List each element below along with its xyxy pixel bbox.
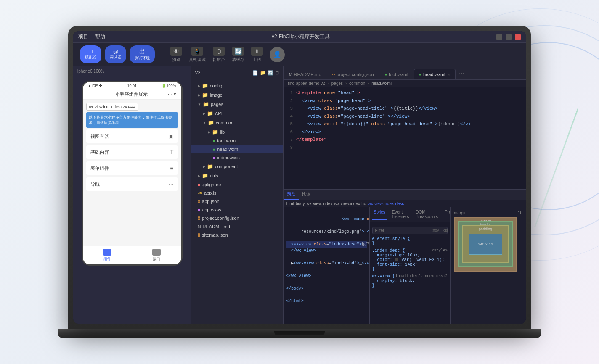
filetree-action-new-folder[interactable]: 📁 xyxy=(260,70,266,76)
styles-tab-dom[interactable]: DOM Breakpoints xyxy=(414,209,440,220)
filetree-item-project-config[interactable]: {} project.config.json xyxy=(191,214,283,222)
phone-section-0[interactable]: 视图容器 ▣ xyxy=(86,129,178,143)
tab-head-wxml[interactable]: ■ head.wxml × xyxy=(414,69,456,79)
devtools-tab-preview[interactable]: 预览 xyxy=(284,190,299,200)
nav-components[interactable]: 组件 xyxy=(103,249,111,262)
toolbar-right: 👁 预览 📱 真机调试 ⬡ 切后台 🔄 清 xyxy=(170,47,285,63)
filter-hov-btn[interactable]: :hov xyxy=(432,228,439,233)
elem-body[interactable]: body xyxy=(296,201,305,206)
laptop-notch xyxy=(274,331,325,335)
cut-backend-action[interactable]: ⬡ 切后台 xyxy=(212,47,225,63)
code-line-4: 4 <view class="page-head-line" ></view> xyxy=(284,113,526,121)
nav-api[interactable]: 接口 xyxy=(152,249,161,262)
phone-section-3[interactable]: 导航 ··· xyxy=(86,177,178,191)
phone-frame: ▲IDE ✤ 10:01 🔋100% 小程序组件展示 ··· ✕ xyxy=(82,81,183,266)
tab-project-label: project.config.json xyxy=(337,72,374,77)
code-line-1: 1 <template name="head" > xyxy=(284,89,526,97)
phone-section-1[interactable]: 基础内容 T xyxy=(86,145,178,159)
win-minimize[interactable] xyxy=(496,34,502,40)
filetree-item-lib[interactable]: ▶ 📁 lib xyxy=(191,127,283,137)
styles-filter-input[interactable] xyxy=(375,228,429,233)
laptop-base xyxy=(58,329,541,338)
styles-tab-styles[interactable]: Styles xyxy=(372,209,387,220)
filetree-item-gitignore[interactable]: ■ .gitignore xyxy=(191,180,283,189)
boxmodel-border-bottom: - xyxy=(485,261,486,266)
filter-cls-btn[interactable]: .cls xyxy=(443,228,448,233)
filetree-item-config[interactable]: ▶ 📁 config xyxy=(191,81,283,90)
html-line-0: <wx-image class="index-logo" src="../res… xyxy=(286,210,367,229)
styles-panel-tabs: Styles Event Listeners DOM Breakpoints P… xyxy=(370,207,451,222)
elem-html[interactable]: html xyxy=(286,201,294,206)
test-button[interactable]: 出 测试环境 xyxy=(130,45,155,63)
nav-components-label: 组件 xyxy=(103,256,111,262)
boxmodel-content-size: 240 × 44 xyxy=(478,242,493,246)
phone-title-actions[interactable]: ··· ✕ xyxy=(168,92,177,97)
css-prop-margin-top: margin-top: 10px; xyxy=(372,253,448,258)
tab-head-close[interactable]: × xyxy=(448,72,451,77)
filetree-root: v2 xyxy=(195,70,201,76)
user-avatar[interactable]: 👤 xyxy=(270,47,285,62)
upload-action[interactable]: ⬆ 上传 xyxy=(251,47,263,63)
filetree-item-app-js[interactable]: JS app.js xyxy=(191,189,283,197)
filetree-item-api[interactable]: ▶ 📁 API xyxy=(191,109,283,118)
filetree-item-app-wxss[interactable]: ■ app.wxss xyxy=(191,206,283,214)
filetree-action-collapse[interactable]: ⊟ xyxy=(275,70,279,76)
device-info: iphone6 100% xyxy=(73,66,191,76)
laptop-screen: 项目 帮助 v2-FinClip小程序开发工具 □ xyxy=(68,26,531,329)
filetree-action-refresh[interactable]: 🔄 xyxy=(268,70,273,76)
filetree-item-readme[interactable]: M README.md xyxy=(191,222,283,231)
status-battery: 🔋100% xyxy=(162,84,176,88)
filetree-item-image[interactable]: ▶ 📁 image xyxy=(191,90,283,100)
win-maximize[interactable] xyxy=(506,34,512,40)
elem-index-hd[interactable]: wx-view.index-hd xyxy=(334,201,366,206)
css-selector-1: .index-desc { <style> xyxy=(372,248,448,253)
preview-action[interactable]: 👁 预览 xyxy=(170,47,182,63)
menu-help[interactable]: 帮助 xyxy=(95,33,105,40)
simulate-button[interactable]: □ 模拟器 xyxy=(80,45,101,63)
phone-content: wx-view.index-desc 240×44 以下将展示小程序官方组件能力… xyxy=(83,100,181,246)
styles-container: Styles Event Listeners DOM Breakpoints P… xyxy=(369,207,451,324)
filetree-item-utils[interactable]: ▶ 📁 utils xyxy=(191,171,283,180)
tab-foot-wxml[interactable]: ■ foot.wxml xyxy=(379,69,414,79)
tab-readme-icon: M xyxy=(289,72,292,76)
filetree-action-new-file[interactable]: 📄 xyxy=(252,70,258,76)
filetree-item-index-wxss[interactable]: ■ index.wxss xyxy=(191,153,283,162)
window-title: v2-FinClip小程序开发工具 xyxy=(105,33,496,40)
phone-section-2[interactable]: 表单组件 ≡ xyxy=(86,161,178,175)
filetree-item-pages[interactable]: ▼ 📁 pages xyxy=(191,100,283,109)
laptop-container: 项目 帮助 v2-FinClip小程序开发工具 □ xyxy=(58,26,541,338)
filetree-item-sitemap[interactable]: {} sitemap.json xyxy=(191,231,283,239)
real-debug-action[interactable]: 📱 真机调试 xyxy=(189,47,206,63)
tab-readme[interactable]: M README.md xyxy=(284,69,327,79)
filetree-item-component[interactable]: ▶ 📁 component xyxy=(191,162,283,171)
debug-label: 调试器 xyxy=(110,55,121,60)
boxmodel-padding: padding 240 × 44 xyxy=(462,225,509,263)
boxmodel-title-row: margin 10 xyxy=(454,211,522,215)
tabs-more-button[interactable]: ··· xyxy=(456,66,467,79)
devtools-body: <wx-image class="index-logo" src="../res… xyxy=(284,207,526,324)
phone-selected-text: 以下将展示小程序官方组件能力，组件样式仅供参考，自适应参考者。 xyxy=(89,115,175,125)
filetree-item-app-json[interactable]: {} app.json xyxy=(191,197,283,206)
html-source: <wx-image class="index-logo" src="../res… xyxy=(284,207,369,324)
win-close[interactable] xyxy=(515,34,521,40)
html-line-6: </html> xyxy=(286,298,367,311)
clear-cache-action[interactable]: 🔄 清缓存 xyxy=(232,47,244,63)
html-line-0b: resources/kind/logo.png">_</wx-image> xyxy=(286,229,367,241)
code-editor[interactable]: 1 <template name="head" > 2 xyxy=(284,87,526,189)
debug-button[interactable]: ◎ 调试器 xyxy=(105,45,126,63)
devtools-tab-compare[interactable]: 比较 xyxy=(299,190,314,200)
styles-panel: :hov .cls + element.style { } xyxy=(370,224,451,324)
devtools-panel: 预览 比较 html body wx-view.index wx-view.in… xyxy=(284,189,526,324)
styles-tab-event[interactable]: Event Listeners xyxy=(390,209,411,220)
tab-project-config[interactable]: {} project.config.json xyxy=(327,69,379,79)
styles-tab-props[interactable]: Properties xyxy=(443,209,450,220)
filetree-item-head-wxml[interactable]: ■ head.wxml xyxy=(191,145,283,153)
tab-project-icon: {} xyxy=(332,72,335,76)
boxmodel-panel: margin 10 margin border xyxy=(450,207,526,324)
menu-project[interactable]: 项目 xyxy=(78,33,88,40)
code-line-3: 3 <view class="page-head-title" >{{title… xyxy=(284,105,526,113)
filetree-item-foot-wxml[interactable]: ■ foot.wxml xyxy=(191,137,283,145)
elem-index[interactable]: wx-view.index xyxy=(307,201,333,206)
filetree-item-common[interactable]: ▼ 📁 common xyxy=(191,118,283,127)
elem-index-desc[interactable]: wx-view.index-desc xyxy=(368,201,404,206)
